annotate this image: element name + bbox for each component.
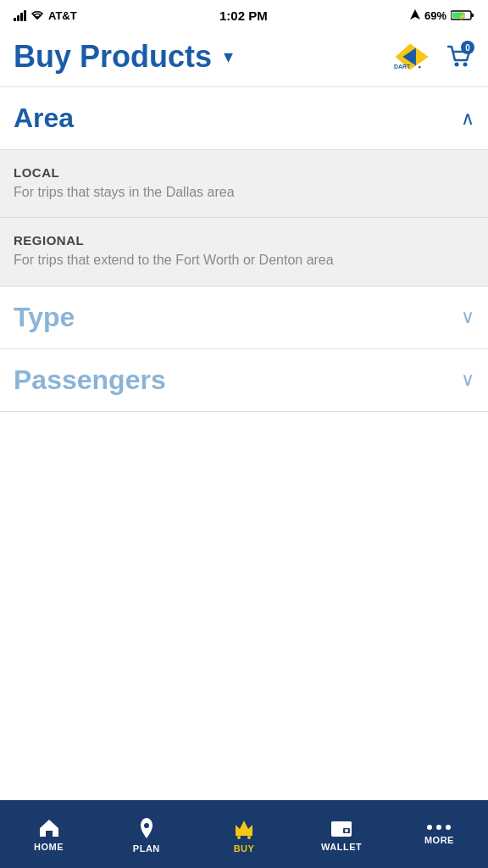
local-option-title: LOCAL: [14, 165, 474, 180]
type-section-header[interactable]: Type ∨: [0, 287, 488, 349]
svg-point-12: [237, 836, 241, 839]
passengers-section-title: Passengers: [14, 364, 166, 396]
battery-icon: ⚡: [451, 9, 474, 21]
svg-rect-15: [331, 821, 352, 826]
passengers-chevron-icon: ∨: [461, 369, 474, 391]
cart-badge: 0: [461, 41, 474, 54]
page-title: Buy Products: [14, 39, 212, 75]
svg-rect-1: [471, 14, 474, 17]
status-bar: AT&T 1:02 PM 69% ⚡: [0, 0, 488, 31]
wifi-icon: [30, 10, 44, 20]
nav-plan[interactable]: PLAN: [97, 801, 195, 868]
area-section-header[interactable]: Area ∧: [0, 87, 488, 150]
svg-point-10: [144, 823, 149, 828]
status-bar-time: 1:02 PM: [219, 8, 268, 23]
svg-rect-11: [236, 833, 252, 836]
nav-wallet-label: WALLET: [321, 842, 362, 852]
nav-more-label: MORE: [424, 835, 454, 845]
wallet-icon: [330, 818, 353, 838]
home-icon: [38, 818, 60, 838]
svg-point-17: [345, 829, 348, 832]
nav-home-label: HOME: [34, 842, 64, 852]
page-title-dropdown[interactable]: ▾: [224, 46, 233, 68]
regional-option-desc: For trips that extend to the Fort Worth …: [14, 251, 474, 270]
status-bar-left: AT&T: [14, 9, 77, 22]
status-bar-right: 69% ⚡: [410, 9, 474, 22]
main-content: Area ∧ LOCAL For trips that stays in the…: [0, 87, 488, 800]
local-option[interactable]: LOCAL For trips that stays in the Dallas…: [0, 150, 488, 218]
cart-button[interactable]: 0: [442, 41, 474, 73]
area-section-title: Area: [14, 103, 74, 134]
regional-option[interactable]: REGIONAL For trips that extend to the Fo…: [0, 218, 488, 286]
nav-buy-label: BUY: [234, 843, 255, 854]
passengers-section-header[interactable]: Passengers ∨: [0, 349, 488, 412]
svg-text:DART: DART: [394, 64, 411, 70]
header-right: DART 0: [388, 41, 474, 73]
svg-point-7: [419, 66, 421, 69]
svg-point-9: [463, 63, 468, 67]
battery-label: 69%: [424, 9, 446, 22]
bottom-nav: HOME PLAN BUY WALLET: [0, 800, 488, 868]
nav-more[interactable]: MORE: [391, 801, 488, 868]
buy-icon: [232, 816, 256, 840]
area-chevron-icon: ∧: [461, 108, 474, 130]
nav-wallet[interactable]: WALLET: [293, 801, 391, 868]
nav-buy[interactable]: BUY: [195, 801, 292, 868]
signal-icon: [14, 9, 26, 21]
header-left: Buy Products ▾: [14, 39, 233, 75]
app-header: Buy Products ▾ DART 0: [0, 31, 488, 87]
plan-icon: [137, 816, 156, 840]
regional-option-title: REGIONAL: [14, 233, 474, 248]
type-section-title: Type: [14, 302, 75, 333]
nav-plan-label: PLAN: [133, 843, 160, 854]
nav-home[interactable]: HOME: [0, 801, 97, 868]
type-chevron-icon: ∨: [461, 306, 474, 328]
more-dots-icon: [427, 825, 451, 830]
area-options-list: LOCAL For trips that stays in the Dallas…: [0, 150, 488, 287]
dart-logo: DART: [388, 42, 432, 72]
svg-point-8: [455, 63, 459, 67]
carrier-label: AT&T: [48, 9, 77, 22]
svg-point-13: [247, 836, 251, 839]
location-icon: [410, 9, 420, 21]
local-option-desc: For trips that stays in the Dallas area: [14, 183, 474, 202]
svg-text:⚡: ⚡: [458, 12, 467, 20]
